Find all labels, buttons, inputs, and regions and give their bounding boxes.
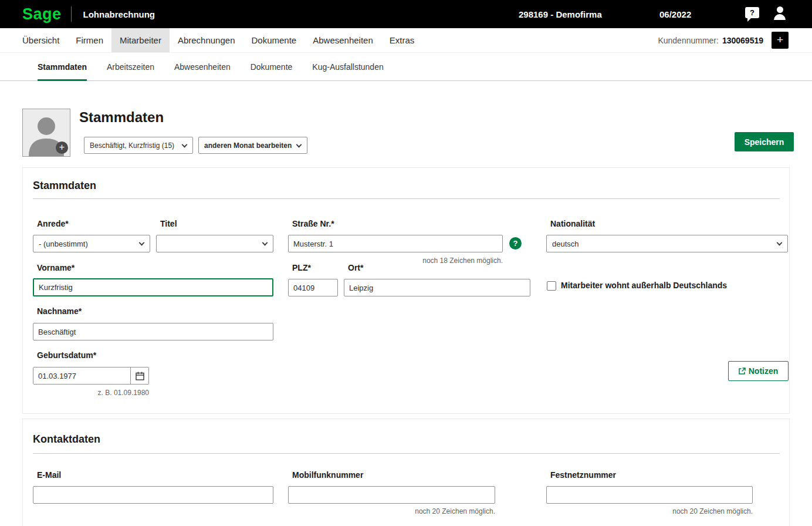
nationalitaet-select[interactable]: deutsch [546, 235, 788, 252]
plz-input[interactable] [288, 279, 338, 296]
ort-label: Ort* [348, 263, 363, 272]
email-input[interactable] [33, 486, 273, 504]
anrede-value: - (unbestimmt) [39, 240, 88, 248]
ort-input[interactable] [344, 279, 530, 296]
section-divider [33, 198, 780, 199]
customer-number-label: Kundennummer: [658, 36, 719, 45]
geburtsdatum-label: Geburtsdatum* [37, 350, 96, 360]
nav-item-mitarbeiter[interactable]: Mitarbeiter [111, 28, 170, 52]
stammdaten-section-title: Stammdaten [33, 180, 96, 192]
sage-logo[interactable]: Sage [22, 5, 62, 23]
nav-item-dokumente[interactable]: Dokumente [243, 28, 304, 52]
strasse-helper: noch 18 Zeichen möglich. [288, 257, 503, 265]
tab-arbeitszeiten[interactable]: Arbeitszeiten [107, 53, 154, 80]
festnetznummer-input[interactable] [546, 486, 753, 504]
notizen-label: Notizen [749, 366, 779, 376]
geburtsdatum-input[interactable] [33, 367, 130, 384]
titel-label: Titel [160, 219, 177, 228]
vorname-label: Vorname* [37, 263, 75, 272]
user-icon[interactable] [772, 6, 787, 22]
nav-item-abrechnungen[interactable]: Abrechnungen [170, 28, 243, 52]
nachname-label: Nachname* [37, 306, 82, 316]
nav-item-abwesenheiten[interactable]: Abwesenheiten [304, 28, 381, 52]
tab-abwesenheiten[interactable]: Abwesenheiten [174, 53, 231, 80]
nationalitaet-label: Nationalität [550, 219, 595, 228]
plz-label: PLZ* [292, 263, 311, 272]
employee-avatar[interactable]: + [22, 109, 70, 157]
section-divider [33, 453, 780, 454]
app-title: Lohnabrechnung [83, 9, 155, 19]
kontaktdaten-section-title: Kontaktdaten [33, 433, 100, 446]
company-name: 298169 - Demofirma [519, 9, 602, 19]
mobilfunknummer-input[interactable] [288, 486, 495, 504]
chevron-down-icon [296, 141, 302, 147]
geburtsdatum-field [33, 367, 149, 385]
nav-item-firmen[interactable]: Firmen [67, 28, 111, 52]
user-icon-shoulders [774, 14, 786, 20]
customer-number: Kundennummer: 130069519 [658, 28, 763, 53]
question-bubble-icon: ? [745, 7, 759, 18]
user-icon-head [777, 6, 783, 13]
nachname-input[interactable] [33, 323, 273, 340]
employee-tabbar: Stammdaten Arbeitszeiten Abwesenheiten D… [0, 53, 812, 81]
tab-dokumente[interactable]: Dokumente [251, 53, 293, 80]
external-link-icon [739, 367, 746, 375]
geburtsdatum-helper: z. B. 01.09.1980 [33, 389, 149, 397]
email-label: E-Mail [37, 470, 61, 480]
nav-item-extras[interactable]: Extras [381, 28, 423, 52]
content: + Stammdaten Beschäftigt, Kurzfristig (1… [0, 81, 812, 526]
customer-number-value: 130069519 [722, 36, 763, 45]
topbar: Sage Lohnabrechnung 298169 - Demofirma 0… [0, 0, 812, 28]
stammdaten-section: Stammdaten Anrede* - (unbestimmt) Titel … [22, 167, 790, 414]
notizen-button[interactable]: Notizen [728, 361, 789, 381]
billing-period: 06/2022 [659, 9, 691, 19]
calendar-button[interactable] [130, 367, 148, 384]
nav-item-uebersicht[interactable]: Übersicht [14, 28, 67, 52]
chevron-down-icon [139, 240, 145, 246]
kontaktdaten-section: Kontaktdaten E-Mail Mobilfunknummer noch… [22, 419, 790, 526]
employee-status-select[interactable]: Beschäftigt, Kurzfristig (15) [84, 137, 193, 154]
add-button[interactable]: + [772, 32, 789, 49]
save-button[interactable]: Speichern [735, 132, 794, 151]
tab-kug-ausfallstunden[interactable]: Kug-Ausfallstunden [312, 53, 383, 80]
strasse-help-icon[interactable]: ? [509, 237, 522, 249]
chevron-down-icon [777, 240, 783, 246]
wohnt-ausserhalb-checkbox[interactable] [547, 281, 556, 291]
festnetznummer-helper: noch 20 Zeichen möglich. [546, 507, 753, 515]
main-navigation: Übersicht Firmen Mitarbeiter Abrechnunge… [0, 28, 812, 53]
add-photo-icon[interactable]: + [56, 141, 68, 154]
anrede-select[interactable]: - (unbestimmt) [33, 235, 150, 252]
tab-stammdaten[interactable]: Stammdaten [38, 53, 87, 80]
other-month-select[interactable]: anderen Monat bearbeiten [198, 137, 307, 154]
nationalitaet-value: deutsch [552, 240, 579, 248]
mobilfunknummer-helper: noch 20 Zeichen möglich. [288, 507, 495, 515]
strasse-input[interactable] [288, 235, 503, 252]
other-month-value: anderen Monat bearbeiten [204, 141, 292, 150]
titel-select[interactable] [156, 235, 273, 252]
page-title: Stammdaten [79, 109, 164, 126]
anrede-label: Anrede* [37, 219, 69, 228]
mobilfunknummer-label: Mobilfunknummer [292, 470, 363, 480]
chevron-down-icon [182, 141, 188, 147]
calendar-icon [136, 372, 144, 380]
strasse-label: Straße Nr.* [292, 219, 334, 228]
topbar-divider [71, 6, 72, 22]
help-icon[interactable]: ? [745, 7, 760, 21]
employee-status-value: Beschäftigt, Kurzfristig (15) [90, 141, 174, 150]
festnetznummer-label: Festnetznummer [550, 470, 616, 480]
vorname-input[interactable] [33, 278, 273, 296]
wohnt-ausserhalb-label: Mitarbeiter wohnt außerhalb Deutschlands [561, 281, 727, 290]
chevron-down-icon [262, 240, 268, 246]
